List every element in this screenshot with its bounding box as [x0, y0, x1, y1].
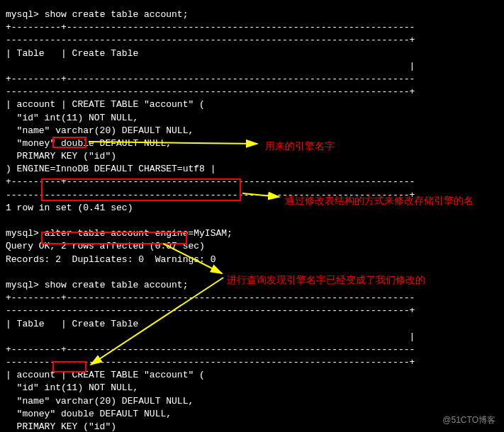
divider: +---------+-----------------------------…	[6, 176, 498, 188]
annotation-engine-name: 用来的引擎名字	[265, 140, 335, 154]
query-result: Query OK, 2 rows affected (0.07 sec)	[6, 240, 498, 253]
command-text: show create table account;	[45, 9, 189, 20]
create-table-line: PRIMARY KEY ("id")	[6, 421, 498, 432]
table-header: | Table | Create Table	[6, 318, 498, 331]
mysql-prompt: mysql>	[6, 280, 39, 290]
divider: +---------+-----------------------------…	[6, 292, 498, 305]
watermark-text: @51CTO博客	[442, 414, 495, 426]
mysql-prompt: mysql>	[6, 9, 39, 20]
create-table-line: "id" int(11) NOT NULL,	[6, 382, 498, 394]
query-records: Records: 2 Duplicates: 0 Warnings: 0	[6, 254, 498, 266]
table-header-end: |	[6, 331, 498, 343]
engine-suffix: DEFAULT CHARSET=utf8 |	[89, 164, 215, 174]
create-table-line: PRIMARY KEY ("id")	[6, 150, 498, 163]
prompt-line: mysql> show create table account;	[6, 8, 498, 21]
divider: +---------+-----------------------------…	[6, 343, 498, 356]
divider: +---------+-----------------------------…	[6, 21, 498, 34]
divider: ----------------------------------------…	[6, 86, 498, 98]
create-table-line: | account | CREATE TABLE "account" (	[6, 369, 498, 382]
create-table-line: "id" int(11) NOT NULL,	[6, 112, 498, 125]
create-table-line: "name" varchar(20) DEFAULT NULL,	[6, 125, 498, 137]
engine-line: ) ENGINE=InnoDB DEFAULT CHARSET=utf8 |	[6, 163, 498, 176]
prompt-line: mysql> alter table account engine=MyISAM…	[6, 227, 498, 240]
mysql-prompt: mysql>	[6, 228, 39, 239]
divider: ----------------------------------------…	[6, 34, 498, 47]
divider: +---------+-----------------------------…	[6, 73, 498, 86]
table-header-end: |	[6, 60, 498, 73]
divider: ----------------------------------------…	[6, 356, 498, 369]
engine-prefix: ) ENGINE=	[6, 164, 55, 174]
annotation-alter-engine: 通过修改表结构的方式来修改存储引擎的名	[285, 194, 474, 208]
create-table-line: | account | CREATE TABLE "account" (	[6, 98, 498, 111]
command-text: show create table account;	[45, 280, 189, 290]
engine-name-innodb: InnoDB	[55, 164, 89, 174]
create-table-line: "money" double DEFAULT NULL,	[6, 408, 498, 421]
divider: ----------------------------------------…	[6, 305, 498, 317]
table-header: | Table | Create Table	[6, 47, 498, 60]
create-table-line: "name" varchar(20) DEFAULT NULL,	[6, 395, 498, 408]
annotation-query-result: 进行查询发现引擎名字已经变成了我们修改的	[227, 273, 425, 288]
terminal-output: mysql> show create table account; +-----…	[6, 8, 498, 432]
create-table-line: "money" double DEFAULT NULL,	[6, 137, 498, 150]
command-text: alter table account engine=MyISAM;	[45, 228, 233, 239]
